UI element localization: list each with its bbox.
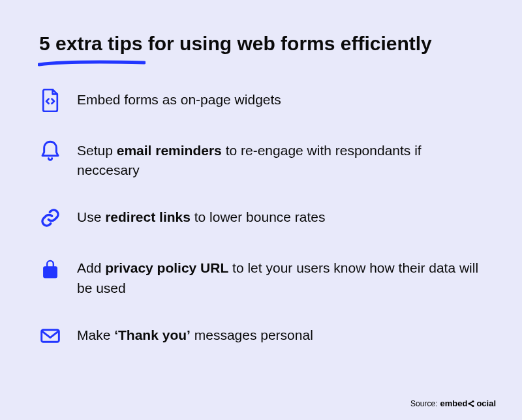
tip-item: Use redirect links to lower bounce rates	[39, 205, 483, 231]
source-credit: Source: embed ocial	[410, 398, 496, 408]
tip-text: Use redirect links to lower bounce rates	[77, 205, 326, 227]
svg-point-3	[472, 405, 474, 407]
tip-item: Embed forms as on-page widgets	[39, 87, 483, 113]
title-text: 5 extra tips for using web forms efficie…	[39, 33, 432, 54]
bell-icon	[39, 138, 61, 164]
svg-rect-1	[42, 330, 59, 342]
file-code-icon	[39, 87, 61, 113]
brand-name: embed ocial	[440, 398, 496, 408]
page-title: 5 extra tips for using web forms efficie…	[39, 31, 432, 56]
share-icon	[467, 400, 476, 408]
source-label: Source:	[410, 399, 437, 408]
svg-rect-0	[44, 267, 56, 278]
brand-post: ocial	[476, 398, 496, 408]
tip-item: Make ‘Thank you’ messages personal	[39, 323, 483, 349]
tip-text: Make ‘Thank you’ messages personal	[77, 323, 313, 345]
svg-point-2	[472, 400, 474, 402]
tip-text: Setup email reminders to re-engage with …	[77, 138, 483, 181]
lock-icon	[39, 256, 61, 282]
svg-point-4	[468, 402, 470, 404]
envelope-icon	[39, 323, 61, 349]
tip-list: Embed forms as on-page widgets Setup ema…	[39, 87, 483, 350]
title-underline	[38, 60, 146, 64]
tip-item: Add privacy policy URL to let your users…	[39, 256, 483, 298]
tip-item: Setup email reminders to re-engage with …	[39, 138, 483, 181]
tip-text: Add privacy policy URL to let your users…	[77, 256, 483, 298]
brand-pre: embed	[440, 398, 467, 408]
link-icon	[39, 205, 61, 231]
tip-text: Embed forms as on-page widgets	[77, 87, 281, 110]
